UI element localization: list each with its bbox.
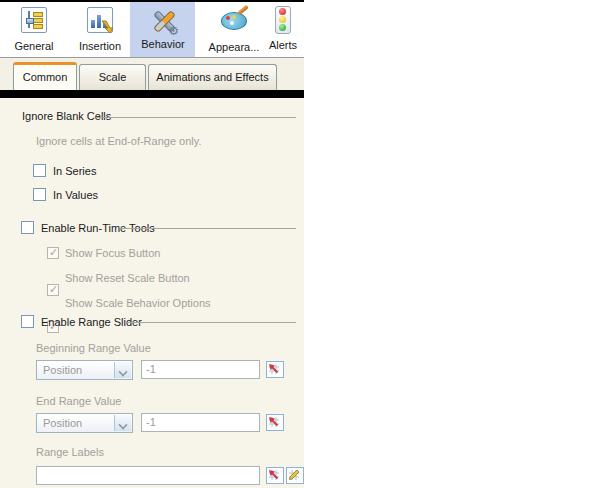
behavior-icon <box>148 5 178 35</box>
range-labels-input[interactable] <box>36 466 260 485</box>
end-range-type-select[interactable]: Position <box>36 413 133 433</box>
end-range-cell-picker-button[interactable] <box>266 414 284 431</box>
tab-common-label: Common <box>23 71 68 83</box>
cell-picker-icon <box>268 416 280 428</box>
toolbar-item-insertion[interactable]: Insertion <box>71 5 129 52</box>
range-labels-edit-button[interactable] <box>286 467 304 484</box>
show-reset-scale-checkbox[interactable] <box>47 284 59 296</box>
beginning-range-type-select[interactable]: Position <box>36 360 133 380</box>
enable-range-slider-checkbox[interactable] <box>21 315 34 328</box>
in-values-label: In Values <box>53 189 98 201</box>
tab-page-border <box>0 90 304 98</box>
show-scale-options-label: Show Scale Behavior Options <box>65 297 211 309</box>
ignore-blank-cells-title: Ignore Blank Cells <box>22 110 111 122</box>
insertion-label: Insertion <box>71 40 129 52</box>
end-range-value-label: End Range Value <box>36 395 121 407</box>
range-labels-label: Range Labels <box>36 446 104 458</box>
behavior-label: Behavior <box>134 38 192 50</box>
toolbar-item-alerts[interactable]: Alerts <box>254 5 312 51</box>
chevron-down-icon[interactable] <box>114 362 131 378</box>
alerts-label: Alerts <box>254 39 312 51</box>
ignore-blank-cells-hint: Ignore cells at End-of-Range only. <box>36 135 202 147</box>
tab-animations-label: Animations and Effects <box>156 71 268 83</box>
appearance-icon <box>219 8 249 32</box>
cell-picker-icon <box>268 469 280 481</box>
toolbar-item-behavior[interactable]: Behavior <box>134 5 192 50</box>
edit-pencil-icon <box>288 469 300 481</box>
tab-scale-label: Scale <box>99 71 127 83</box>
tab-common[interactable]: Common <box>13 62 77 90</box>
cell-picker-icon <box>268 363 280 375</box>
alerts-icon <box>275 6 291 34</box>
beginning-range-cell-picker-button[interactable] <box>266 361 284 378</box>
section-rule <box>126 322 296 323</box>
tab-scale[interactable]: Scale <box>79 64 146 90</box>
beginning-range-value-label: Beginning Range Value <box>36 342 151 354</box>
section-rule <box>96 117 296 118</box>
in-series-label: In Series <box>53 165 96 177</box>
insertion-icon <box>87 7 113 33</box>
show-reset-scale-label: Show Reset Scale Button <box>65 272 190 284</box>
range-labels-cell-picker-button[interactable] <box>266 467 284 484</box>
show-focus-button-checkbox[interactable] <box>47 247 59 259</box>
end-range-value-input[interactable]: -1 <box>141 413 260 432</box>
screenshot-root: rmat able Cell Styles es ▸ Insert ✗ Dele… <box>0 0 600 488</box>
category-toolbar: General Insertion Behavior Appeara... Al… <box>0 2 304 57</box>
in-values-checkbox[interactable] <box>33 188 46 201</box>
in-series-checkbox[interactable] <box>33 164 46 177</box>
general-label: General <box>5 40 63 52</box>
show-focus-button-label: Show Focus Button <box>65 247 160 259</box>
chevron-down-icon[interactable] <box>114 415 131 431</box>
general-icon <box>21 7 47 33</box>
properties-panel: General Insertion Behavior Appeara... Al… <box>0 0 304 488</box>
toolbar-item-general[interactable]: General <box>5 5 63 52</box>
beginning-range-value-input[interactable]: -1 <box>141 360 260 379</box>
beginning-range-type-value: Position <box>43 364 82 376</box>
enable-runtime-tools-checkbox[interactable] <box>21 221 34 234</box>
section-rule <box>120 228 296 229</box>
tab-animations-effects[interactable]: Animations and Effects <box>148 64 277 90</box>
tab-bar: Common Scale Animations and Effects <box>0 58 304 90</box>
end-range-type-value: Position <box>43 417 82 429</box>
